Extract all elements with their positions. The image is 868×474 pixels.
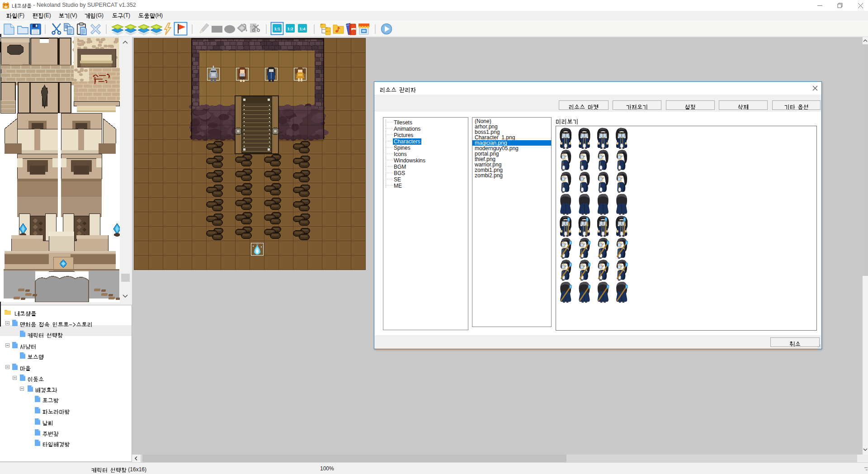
svg-text:1:2: 1:2 xyxy=(287,27,293,31)
svg-text:1:1: 1:1 xyxy=(274,27,280,31)
svg-text:1:4: 1:4 xyxy=(299,27,305,31)
